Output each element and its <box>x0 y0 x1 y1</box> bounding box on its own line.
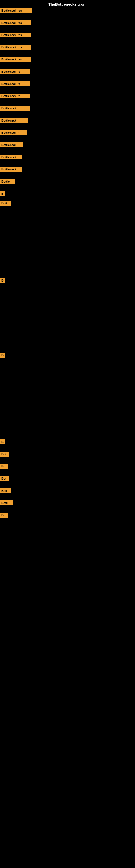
bottleneck-item-23[interactable]: Bot <box>0 476 9 481</box>
bottleneck-item-6[interactable]: Bottleneck re <box>0 69 30 74</box>
bottleneck-item-21[interactable]: Bot <box>0 452 9 457</box>
bottleneck-item-9[interactable]: Bottleneck re <box>0 106 30 111</box>
bottleneck-item-2[interactable]: Bottleneck res <box>0 20 31 25</box>
bottleneck-item-20[interactable]: B <box>0 439 5 444</box>
bottleneck-item-10[interactable]: Bottleneck r <box>0 118 28 123</box>
bottleneck-item-22[interactable]: Bo <box>0 464 8 469</box>
bottleneck-item-19[interactable]: B <box>0 352 5 358</box>
bottleneck-item-4[interactable]: Bottleneck res <box>0 45 31 50</box>
bottleneck-item-11[interactable]: Bottleneck r <box>0 130 27 135</box>
bottleneck-item-1[interactable]: Bottleneck res <box>0 8 32 13</box>
bottleneck-item-24[interactable]: Bott <box>0 488 11 493</box>
bottleneck-item-12[interactable]: Bottleneck <box>0 143 23 147</box>
bottleneck-item-5[interactable]: Bottleneck res <box>0 57 31 62</box>
bottleneck-item-3[interactable]: Bottleneck res <box>0 33 31 37</box>
bottleneck-item-8[interactable]: Bottleneck re <box>0 94 30 98</box>
bottleneck-item-17[interactable]: Bott <box>0 201 11 206</box>
bottleneck-item-13[interactable]: Bottleneck <box>0 155 22 159</box>
bottleneck-item-16[interactable]: B <box>0 191 5 196</box>
site-title: TheBottlenecker.com <box>48 2 87 6</box>
bottleneck-item-7[interactable]: Bottleneck re <box>0 82 30 86</box>
bottleneck-item-14[interactable]: Bottleneck <box>0 167 21 172</box>
bottleneck-item-26[interactable]: Bo <box>0 513 8 518</box>
bottleneck-item-18[interactable]: B <box>0 278 5 283</box>
bottleneck-item-25[interactable]: Bottl <box>0 500 13 505</box>
bottleneck-item-15[interactable]: Bottle <box>0 179 15 184</box>
